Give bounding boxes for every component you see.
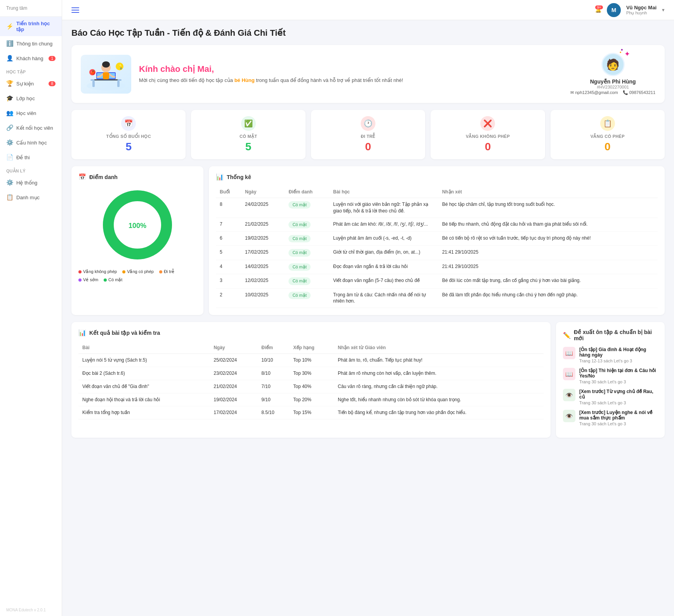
notification-button[interactable]: 🔔 9+	[595, 7, 601, 13]
nhanxet-cell: 21:41 29/10/2025	[438, 260, 658, 274]
sidebar-item-label: Lớp học	[16, 96, 35, 101]
ngay-cell: 24/02/2025	[241, 198, 285, 218]
lophoc-icon: 🎓	[6, 95, 13, 102]
sidebar-item-label: Kết nối học viên	[16, 125, 53, 131]
topbar: 🔔 9+ M Vũ Ngọc Mai Phụ huynh ▾	[62, 0, 674, 20]
legend-dot	[104, 278, 107, 282]
legend-dot	[78, 278, 82, 282]
sidebar-item-thong-tin[interactable]: ℹ️ Thông tin chung	[0, 36, 62, 51]
nhanxet-cell: Câu văn rõ ràng, nhưng cần cải thiện ngữ…	[334, 380, 544, 393]
stat-card-vangkhongphep: ❌ VẮNG KHÔNG PHÉP 0	[431, 110, 545, 159]
rec-title: [Xem trước] Luyện nghe & nói về mua sắm …	[579, 410, 658, 421]
legend-item: Về sớm	[78, 277, 98, 282]
sidebar-item-khach-hang[interactable]: 👤 Khách hàng 1	[0, 51, 62, 66]
diem-cell: 7/10	[257, 380, 289, 393]
thongtin-icon: ℹ️	[6, 40, 13, 47]
thongke-col-header: Điểm danh	[285, 186, 329, 198]
sidebar-item-label: Đề thi	[16, 155, 30, 160]
table-row: Đọc bài 2 (Sách tr.6) 23/02/2024 8/10 To…	[78, 367, 544, 380]
nhanxet-cell: Phát âm to, rõ, chuẩn. Tiếp tục phát huy…	[334, 354, 544, 367]
xephang-cell: Top 10%	[289, 354, 334, 367]
bottom-row: 📅 Điểm danh 100% Vắng không phépVắng có …	[71, 166, 665, 315]
diemdanh-cell: Có mặt	[285, 274, 329, 288]
rec-icon: 👁️	[563, 410, 575, 422]
thongke-col-header: Ngày	[241, 186, 285, 198]
stat-icon-ditre: 🕐	[361, 116, 375, 131]
thongke-col-header: Nhận xét	[438, 186, 658, 198]
greeting-name: chị Mai,	[182, 64, 214, 74]
buoi-cell: 7	[216, 218, 241, 231]
svg-rect-2	[92, 81, 95, 87]
legend-item: Đi trễ	[159, 269, 174, 274]
user-role: Phụ huynh	[626, 10, 647, 16]
buoi-cell: 5	[216, 246, 241, 260]
ngay-cell: 12/02/2025	[241, 274, 285, 288]
legend-item: Vắng có phép	[122, 269, 154, 274]
sidebar-item-lop-hoc[interactable]: 🎓 Lớp học	[0, 91, 62, 106]
user-name: Vũ Ngọc Mai	[626, 5, 657, 10]
welcome-text: Kính chào chị Mai, Mời chị cùng theo dõi…	[139, 64, 403, 84]
khachhang-icon: 👤	[6, 55, 13, 62]
rec-sub: Trang 30 sách Let's go 3	[579, 379, 658, 384]
sidebar-item-ket-noi[interactable]: 🔗 Kết nối học viên	[0, 120, 62, 135]
sidebar-item-cau-hinh[interactable]: ⚙️ Cấu hình học	[0, 135, 62, 150]
ngay-cell: 19/02/2025	[241, 231, 285, 245]
rec-sub: Trang 12-13 sách Let's go 3	[579, 358, 658, 363]
sidebar-item-de-thi[interactable]: 📄 Đề thi	[0, 150, 62, 165]
stat-value-vangcophep: 0	[605, 141, 611, 153]
table-row: Nghe đoạn hội thoại và trả lời câu hỏi 1…	[78, 393, 544, 406]
baihoc-cell: Đọc đoạn văn ngắn & trả lời câu hỏi	[329, 260, 438, 274]
xephang-cell: Top 30%	[289, 367, 334, 380]
recommend-item: 📖 [Ôn tập] Gia đình & Hoạt động hàng ngà…	[563, 347, 658, 363]
diem-cell: 9/10	[257, 393, 289, 406]
buoi-cell: 4	[216, 260, 241, 274]
diemdanh-cell: Có mặt	[285, 231, 329, 245]
sidebar-item-hoc-vien[interactable]: 👥 Học viên	[0, 106, 62, 120]
legend-label: Vắng không phép	[83, 269, 117, 274]
baihoc-cell: Trọng âm từ & câu: Cách nhấn nhá để nói …	[329, 288, 438, 308]
student-avatar: 🧑	[601, 53, 625, 76]
legend-dot	[159, 270, 162, 273]
student-info: Nguyễn Phi Hùng #HV2302270001 ✉ nph12345…	[570, 78, 655, 95]
stat-label-comat: CÓ MẶT	[240, 134, 257, 139]
hw-col-header: Nhận xét từ Giáo viên	[334, 342, 544, 354]
thongke-title: 📊 Thống kê	[216, 173, 658, 181]
xephang-cell: Top 15%	[289, 406, 334, 419]
sidebar-item-label: Danh mục	[16, 195, 40, 200]
notification-badge: 9+	[595, 5, 603, 9]
nhanxet-cell: Nghe tốt, hiểu nhanh nhưng còn bỏ sót từ…	[334, 393, 544, 406]
stat-card-vangcophep: 📋 VẮNG CÓ PHÉP 0	[551, 110, 665, 159]
rec-icon: 📖	[563, 347, 575, 359]
chevron-down-icon[interactable]: ▾	[662, 7, 665, 13]
bai-cell: Luyện nói 5 từ vựng (Sách tr.5)	[78, 354, 210, 367]
student-avatar-wrap: 🧑 ✦ ● ●	[601, 53, 625, 76]
table-row: Viết đoạn văn chủ đề "Gia đình" 21/02/20…	[78, 380, 544, 393]
thongke-col-header: Buổi	[216, 186, 241, 198]
buoi-cell: 2	[216, 288, 241, 308]
stat-card-tong: 📅 TỔNG SỐ BUỔI HỌC 5	[71, 110, 186, 159]
welcome-desc: Mời chị cùng theo dõi tiến độ học tập củ…	[139, 77, 403, 84]
ketnoi-icon: 🔗	[6, 124, 13, 131]
rec-sub: Trang 30 sách Let's go 3	[579, 421, 658, 426]
rec-icon: 👁️	[563, 389, 575, 401]
sukien-icon: 🏆	[6, 80, 13, 87]
nhanxet-cell: 21:41 29/10/2025	[438, 246, 658, 260]
homework-card: 📊 Kết quả bài tập và kiểm tra BàiNgàyĐiể…	[71, 322, 551, 438]
sidebar-item-label: Sự kiện	[16, 81, 34, 87]
ngay-cell: 17/02/2024	[210, 406, 257, 419]
menu-button[interactable]	[71, 7, 79, 13]
svg-rect-3	[117, 81, 120, 87]
sidebar-item-danh-muc[interactable]: 📋 Danh mục	[0, 190, 62, 205]
sidebar-item-label: Tiến trình học tập	[16, 21, 56, 32]
danhmuc-icon: 📋	[6, 194, 13, 201]
page-title: Báo Cáo Học Tập Tuần - Tiến độ & Đánh Gi…	[71, 28, 665, 38]
ngay-cell: 10/02/2025	[241, 288, 285, 308]
homework-icon: 📊	[78, 329, 86, 336]
sidebar-item-tien-trinh[interactable]: ⚡ Tiến trình học tập	[0, 17, 62, 36]
nhanxet-cell: Bé đã làm tốt phần đọc hiểu nhưng cần ch…	[438, 288, 658, 308]
student-full-name: Nguyễn Phi Hùng	[570, 78, 655, 85]
table-row: 5 17/02/2025 Có mặt Giới từ chỉ thời gia…	[216, 246, 658, 260]
stats-row: 📅 TỔNG SỐ BUỔI HỌC 5 ✅ CÓ MẶT 5 🕐 ĐI TRỄ…	[71, 110, 665, 159]
sidebar-item-su-kien[interactable]: 🏆 Sự kiện 8	[0, 76, 62, 91]
sidebar-item-he-thong[interactable]: ⚙️ Hệ thống	[0, 175, 62, 190]
